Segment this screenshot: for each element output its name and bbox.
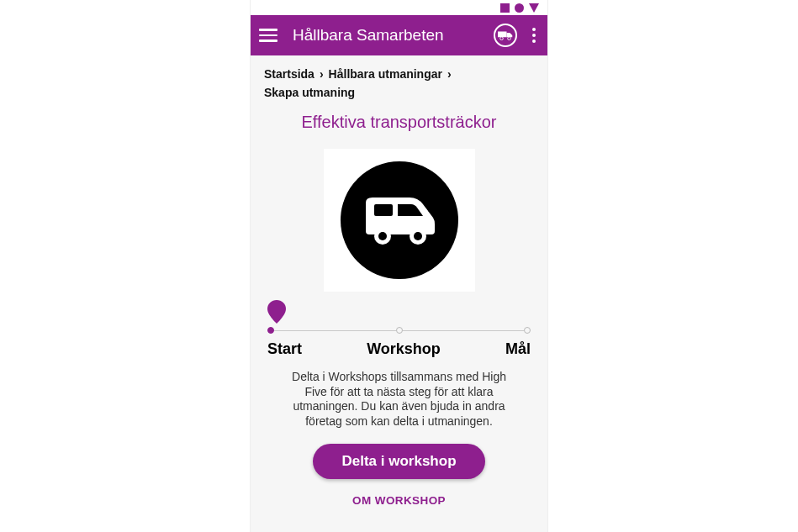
step-dot-end <box>524 327 531 334</box>
van-icon <box>341 161 458 279</box>
svg-rect-0 <box>498 32 507 38</box>
about-workshop-link[interactable]: OM WORKSHOP <box>264 494 534 507</box>
svg-point-5 <box>378 232 387 240</box>
svg-point-2 <box>508 37 511 40</box>
app-title: Hållbara Samarbeten <box>293 26 444 45</box>
status-icon-triangle <box>529 3 539 13</box>
breadcrumb: Startsida › Hållbara utmaningar › Skapa … <box>264 67 534 99</box>
step-label-end: Mål <box>505 340 531 358</box>
menu-icon[interactable] <box>259 29 277 42</box>
breadcrumb-item[interactable]: Skapa utmaning <box>264 86 355 99</box>
page-title: Effektiva transportsträckor <box>264 113 534 132</box>
truck-icon[interactable] <box>494 24 517 47</box>
chevron-right-icon: › <box>320 67 324 81</box>
chevron-right-icon: › <box>447 67 452 81</box>
step-label-mid: Workshop <box>367 340 441 358</box>
status-icon-square <box>500 3 510 13</box>
join-workshop-button[interactable]: Delta i workshop <box>313 444 484 479</box>
progress-stepper: Start Workshop Mål <box>264 300 534 358</box>
breadcrumb-item[interactable]: Startsida <box>264 67 314 81</box>
app-bar: Hållbara Samarbeten <box>251 15 547 55</box>
map-pin-icon <box>267 300 286 324</box>
status-icon-circle <box>515 3 524 13</box>
step-line <box>274 330 396 331</box>
hero-image <box>324 149 475 292</box>
breadcrumb-item[interactable]: Hållbara utmaningar <box>329 67 442 81</box>
svg-point-1 <box>500 37 504 40</box>
svg-rect-3 <box>374 204 393 216</box>
step-dot-mid <box>396 327 403 334</box>
status-bar <box>251 0 547 15</box>
step-dot-start <box>267 327 274 334</box>
phone-frame: Hållbara Samarbeten Startsida › Hållbara… <box>250 0 548 532</box>
svg-point-7 <box>414 232 422 240</box>
description-text: Delta i Workshops tillsammans med High F… <box>282 370 517 429</box>
content-area: Startsida › Hållbara utmaningar › Skapa … <box>251 55 547 517</box>
step-line <box>403 330 525 331</box>
overflow-menu-icon[interactable] <box>529 28 539 43</box>
step-label-start: Start <box>267 340 302 358</box>
